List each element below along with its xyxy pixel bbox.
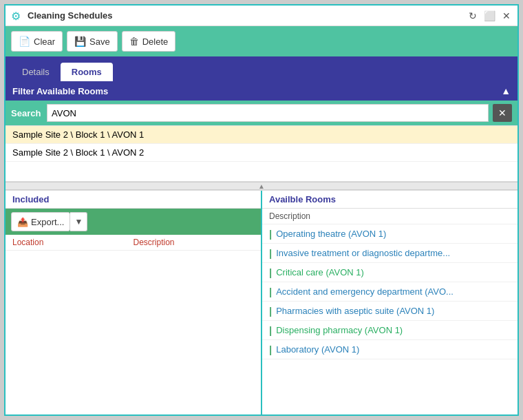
search-row: Search ✕ — [6, 101, 517, 126]
title-bar: ⚙ Cleaning Schedules ↻ ⬜ ✕ — [6, 6, 517, 26]
restore-button[interactable]: ⬜ — [482, 10, 497, 22]
toolbar: 📄 Clear 💾 Save 🗑 Delete — [6, 26, 517, 56]
item-text: Dispensing pharmacy (AVON 1) — [276, 325, 403, 335]
window-title: Cleaning Schedules — [28, 10, 467, 21]
item-pipe-icon: | — [269, 266, 272, 278]
export-bar: 📤 Export... ▼ — [6, 209, 261, 235]
list-item[interactable]: Sample Site 2 \ Block 1 \ AVON 1 — [6, 126, 517, 144]
list-item[interactable]: |Accident and emergency department (AVO.… — [262, 282, 517, 302]
list-item[interactable]: |Invasive treatment or diagnostic depart… — [262, 244, 517, 263]
item-text: Pharmacies with aseptic suite (AVON 1) — [276, 306, 434, 316]
tab-details[interactable]: Details — [11, 63, 61, 81]
available-header: Availble Rooms — [262, 191, 517, 209]
main-window: ⚙ Cleaning Schedules ↻ ⬜ ✕ 📄 Clear 💾 Sav… — [4, 4, 519, 416]
item-text: Critical care (AVON 1) — [276, 267, 364, 277]
export-button[interactable]: 📤 Export... — [11, 212, 70, 231]
item-pipe-icon: | — [269, 324, 272, 336]
available-col-header: Description — [262, 209, 517, 224]
item-pipe-icon: | — [269, 247, 272, 259]
bottom-panels: Included 📤 Export... ▼ Location Descript… — [6, 190, 517, 414]
filter-header: Filter Available Rooms ▲ — [6, 81, 517, 101]
clear-label: Clear — [34, 36, 55, 47]
location-column-header: Location — [12, 238, 134, 247]
list-item[interactable]: Sample Site 2 \ Block 1 \ AVON 2 — [6, 144, 517, 162]
delete-label: Delete — [142, 36, 169, 47]
included-header: Included — [6, 191, 261, 209]
close-button[interactable]: ✕ — [501, 10, 512, 22]
window-controls: ↻ ⬜ ✕ — [467, 10, 512, 22]
export-icon: 📤 — [17, 217, 28, 227]
description-column-header: Description — [134, 238, 255, 247]
delete-icon: 🗑 — [129, 36, 139, 47]
included-body — [6, 251, 261, 414]
clear-icon: 📄 — [19, 36, 30, 47]
item-pipe-icon: | — [269, 305, 272, 317]
list-item[interactable]: |Operating theatre (AVON 1) — [262, 224, 517, 244]
item-text: Invasive treatment or diagnostic departm… — [276, 248, 450, 258]
filter-section: Filter Available Rooms ▲ Search ✕ Sample… — [6, 81, 517, 182]
list-item[interactable]: |Pharmacies with aseptic suite (AVON 1) — [262, 302, 517, 321]
delete-button[interactable]: 🗑 Delete — [122, 31, 176, 52]
list-item[interactable]: |Dispensing pharmacy (AVON 1) — [262, 321, 517, 340]
included-columns: Location Description — [6, 235, 261, 251]
item-text: Laboratory (AVON 1) — [276, 344, 359, 355]
tab-rooms[interactable]: Rooms — [61, 63, 113, 81]
save-button[interactable]: 💾 Save — [67, 31, 118, 52]
refresh-button[interactable]: ↻ — [467, 10, 478, 22]
save-label: Save — [89, 36, 110, 47]
item-text: Operating theatre (AVON 1) — [276, 229, 386, 239]
search-results: Sample Site 2 \ Block 1 \ AVON 1 Sample … — [6, 126, 517, 181]
save-icon: 💾 — [74, 36, 86, 47]
resize-icon: ▲ — [258, 182, 265, 190]
filter-collapse-icon[interactable]: ▲ — [501, 85, 511, 96]
item-pipe-icon: | — [269, 286, 272, 297]
search-label: Search — [11, 108, 43, 118]
item-text: Accident and emergency department (AVO..… — [276, 286, 453, 297]
included-panel: Included 📤 Export... ▼ Location Descript… — [6, 191, 262, 414]
export-dropdown-button[interactable]: ▼ — [70, 212, 87, 231]
tabs-bar: Details Rooms — [6, 56, 517, 81]
export-label: Export... — [31, 217, 64, 227]
search-input[interactable] — [47, 104, 489, 122]
available-body: |Operating theatre (AVON 1)|Invasive tre… — [262, 224, 517, 414]
resize-handle[interactable]: ▲ — [6, 182, 517, 190]
list-item[interactable]: |Laboratory (AVON 1) — [262, 340, 517, 359]
list-item[interactable]: |Critical care (AVON 1) — [262, 263, 517, 282]
item-pipe-icon: | — [269, 344, 272, 355]
app-icon: ⚙ — [11, 10, 23, 22]
item-pipe-icon: | — [269, 228, 272, 240]
search-clear-button[interactable]: ✕ — [493, 104, 512, 122]
filter-header-label: Filter Available Rooms — [12, 86, 108, 96]
available-panel: Availble Rooms Description |Operating th… — [262, 191, 517, 414]
clear-button[interactable]: 📄 Clear — [11, 31, 63, 52]
